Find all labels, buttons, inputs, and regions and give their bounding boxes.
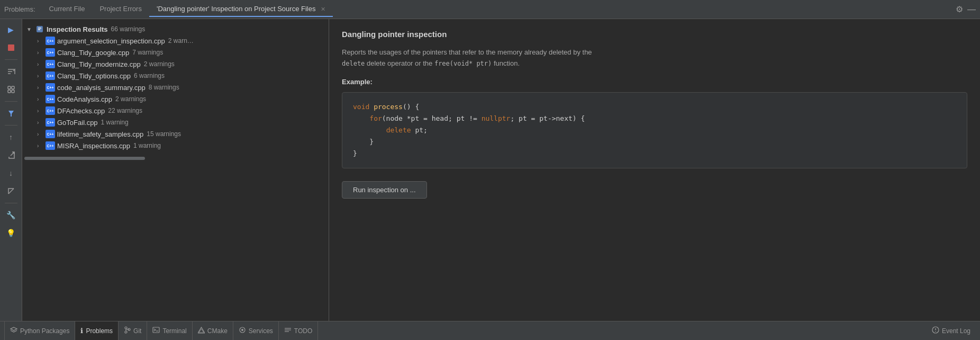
- sort-button[interactable]: [4, 64, 19, 79]
- tree-item[interactable]: ›C++Clang_Tidy_modernize.cpp2 warnings: [22, 58, 329, 70]
- tree-root-item[interactable]: ▼ Inspection Results 66 warnings: [22, 23, 329, 35]
- cpp-file-icon: C++: [46, 60, 55, 68]
- tree-item-chevron-icon: ›: [37, 143, 46, 149]
- cmake-label: CMake: [207, 327, 228, 335]
- tree-item-count: 22 warnings: [108, 107, 142, 114]
- tree-item[interactable]: ›C++code_analysis_summary.cpp8 warnings: [22, 82, 329, 93]
- git-label: Git: [133, 327, 141, 335]
- export-icon: [7, 151, 15, 159]
- cpp-badge: C++: [46, 37, 55, 45]
- svg-rect-11: [37, 26, 43, 32]
- status-services[interactable]: Services: [233, 321, 279, 340]
- bulb-button[interactable]: 💡: [4, 226, 19, 240]
- run-button[interactable]: ▶: [4, 22, 19, 37]
- tree-item[interactable]: ›C++DFAchecks.cpp22 warnings: [22, 105, 329, 117]
- next-button[interactable]: ↓: [4, 166, 19, 181]
- svg-point-24: [241, 329, 243, 331]
- cpp-badge: C++: [46, 48, 55, 57]
- cpp-badge: C++: [46, 71, 55, 80]
- minimize-icon[interactable]: —: [967, 5, 976, 14]
- cpp-file-icon: C++: [46, 48, 55, 57]
- tree-item[interactable]: ›C++lifetime_safety_samples.cpp15 warnin…: [22, 128, 329, 140]
- tree-item-count: 2 warnings: [144, 60, 175, 68]
- tree-item-count: 7 warnings: [132, 49, 163, 56]
- cmake-icon: [198, 327, 205, 335]
- sort-icon: [7, 67, 15, 76]
- tools-button[interactable]: 🔧: [4, 208, 19, 222]
- tree-item-name: argument_selection_inspection.cpp: [57, 37, 165, 45]
- tree-item-name: Clang_Tidy_options.cpp: [57, 72, 131, 80]
- status-event-log[interactable]: Event Log: [927, 326, 976, 335]
- run-inspection-button[interactable]: Run inspection on ...: [342, 181, 427, 199]
- detail-title: Dangling pointer inspection: [342, 30, 967, 39]
- status-problems[interactable]: ℹ Problems: [75, 321, 119, 340]
- event-log-icon: [932, 326, 939, 335]
- git-icon: [124, 326, 131, 335]
- settings-icon[interactable]: ⚙: [956, 4, 963, 14]
- tree-item[interactable]: ›C++CodeAnalysis.cpp2 warnings: [22, 93, 329, 105]
- tree-item[interactable]: ›C++Clang_Tidy_google.cpp7 warnings: [22, 47, 329, 58]
- detail-panel: Dangling pointer inspection Reports the …: [329, 19, 980, 321]
- prev-button[interactable]: ↑: [4, 130, 19, 145]
- cpp-file-icon: C++: [46, 71, 55, 80]
- toolbar-divider-1: [5, 59, 17, 60]
- tab-current-file[interactable]: Current File: [42, 2, 93, 17]
- svg-line-10: [8, 189, 14, 194]
- main-content: ▶: [0, 19, 980, 321]
- tree-item-chevron-icon: ›: [37, 38, 46, 44]
- tree-panel: ▼ Inspection Results 66 warnings ›C++arg…: [22, 19, 329, 321]
- detail-description: Reports the usages of the pointers that …: [342, 47, 967, 69]
- status-cmake[interactable]: CMake: [193, 321, 233, 340]
- python-packages-icon: [10, 326, 17, 335]
- status-todo[interactable]: TODO: [279, 321, 318, 340]
- tree-item-name: CodeAnalysis.cpp: [57, 95, 112, 103]
- tree-item[interactable]: ›C++Clang_Tidy_options.cpp6 warnings: [22, 70, 329, 82]
- group-button[interactable]: [4, 82, 19, 97]
- tree-root-label: Inspection Results: [47, 25, 108, 33]
- tree-item-count: 8 warnings: [149, 84, 179, 91]
- tree-item-name: lifetime_safety_samples.cpp: [57, 130, 143, 138]
- svg-rect-5: [12, 86, 14, 89]
- terminal-icon: [152, 327, 160, 335]
- cpp-file-icon: C++: [46, 37, 55, 45]
- toolbar-divider-2: [5, 101, 17, 102]
- problems-status-label: Problems: [86, 327, 113, 335]
- free-function-code: free(void* ptr): [434, 60, 492, 67]
- group-icon: [7, 85, 15, 94]
- layers-icon: [10, 326, 17, 334]
- stop-button[interactable]: [4, 40, 19, 55]
- tree-item-count: 2 warnings: [115, 95, 146, 103]
- tab-dangling-inspection[interactable]: 'Dangling pointer' Inspection on Project…: [149, 2, 333, 17]
- status-terminal[interactable]: Terminal: [147, 321, 192, 340]
- event-log-svg-icon: [932, 326, 939, 334]
- services-label: Services: [249, 327, 273, 335]
- close-tab-icon[interactable]: ✕: [321, 6, 325, 12]
- toolbar-divider-3: [5, 125, 17, 126]
- tree-item-count: 15 warnings: [147, 130, 181, 138]
- problems-label: Problems:: [4, 5, 35, 13]
- event-log-label: Event Log: [942, 327, 970, 335]
- root-chevron-icon: ▼: [26, 26, 35, 32]
- export-button[interactable]: [4, 148, 19, 163]
- tree-item-count: 1 warning: [101, 119, 129, 126]
- tree-item[interactable]: ›C++GoToFail.cpp1 warning: [22, 117, 329, 128]
- tree-item[interactable]: ›C++MISRA_inspections.cpp1 warning: [22, 140, 329, 151]
- tab-project-errors[interactable]: Project Errors: [92, 2, 149, 17]
- svg-rect-6: [8, 90, 11, 93]
- svg-rect-4: [8, 86, 11, 89]
- stop-icon: [8, 44, 14, 51]
- status-git[interactable]: Git: [119, 321, 147, 340]
- cpp-badge: C++: [46, 95, 55, 103]
- tree-scrollbar-thumb[interactable]: [24, 157, 145, 160]
- example-label: Example:: [342, 78, 967, 86]
- open-editor-button[interactable]: [4, 184, 19, 199]
- cmake-triangle-icon: [198, 327, 205, 334]
- status-python-packages[interactable]: Python Packages: [4, 321, 75, 340]
- filter-button[interactable]: [4, 106, 19, 121]
- svg-point-15: [125, 327, 127, 329]
- tree-item-name: Clang_Tidy_google.cpp: [57, 49, 129, 57]
- tree-root-count: 66 warnings: [111, 25, 146, 33]
- open-editor-icon: [7, 187, 15, 195]
- tree-item[interactable]: ›C++argument_selection_inspection.cpp2 w…: [22, 35, 329, 47]
- tree-item-chevron-icon: ›: [37, 73, 46, 79]
